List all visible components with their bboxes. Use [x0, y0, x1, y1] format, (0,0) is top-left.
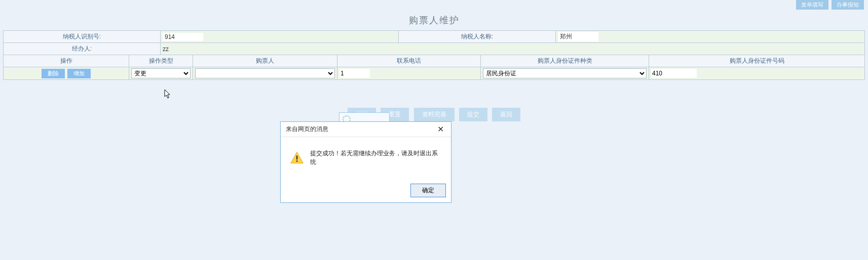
action-bar: 保存 重置 资料完善 提交 返回	[0, 108, 868, 121]
prefill-button[interactable]: 资料完善	[414, 108, 455, 121]
taxpayer-name-value: 郑州	[556, 31, 865, 43]
close-icon[interactable]: ✕	[435, 124, 446, 134]
dialog-body: 提交成功！若无需继续办理业务，请及时退出系统	[281, 137, 451, 181]
topbar-btn-notice[interactable]: 办事报知	[832, 0, 864, 10]
id-type-select[interactable]: 居民身份证	[483, 68, 647, 78]
handler-label: 经办人:	[4, 43, 161, 55]
warning-icon	[290, 151, 304, 165]
col-op: 操作	[4, 55, 129, 67]
page-title: 购票人维护	[0, 9, 868, 30]
grid-table: 操作 操作类型 购票人 联系电话 购票人身份证件种类 购票人身份证件号码 删除 …	[3, 55, 865, 80]
message-dialog: 来自网页的消息 ✕ 提交成功！若无需继续办理业务，请及时退出系统 确定	[280, 121, 451, 203]
col-buyer: 购票人	[193, 55, 337, 67]
top-bar: 发单填写 办事报知	[0, 0, 868, 9]
phone-input[interactable]	[339, 69, 370, 78]
dialog-message: 提交成功！若无需继续办理业务，请及时退出系统	[310, 149, 442, 166]
dialog-title-text: 来自网页的消息	[286, 125, 328, 134]
add-button[interactable]: 增加	[67, 69, 91, 78]
mouse-cursor-icon	[164, 89, 172, 99]
back-button[interactable]: 返回	[492, 108, 520, 121]
col-id-type: 购票人身份证件种类	[481, 55, 649, 67]
col-id-no: 购票人身份证件号码	[649, 55, 865, 67]
dialog-footer: 确定	[281, 181, 451, 202]
col-phone: 联系电话	[337, 55, 481, 67]
svg-rect-1	[296, 156, 297, 160]
info-table: 纳税人识别号: 914 纳税人名称: 郑州 经办人: zz	[3, 30, 865, 55]
taxpayer-name-label: 纳税人名称:	[399, 31, 556, 43]
topbar-btn-form[interactable]: 发单填写	[796, 0, 828, 10]
handler-value: zz	[161, 43, 865, 55]
buyer-select[interactable]	[195, 68, 335, 78]
submit-button[interactable]: 提交	[459, 108, 487, 121]
ok-button[interactable]: 确定	[410, 184, 446, 197]
id-no-input[interactable]	[651, 69, 697, 78]
col-op-type: 操作类型	[129, 55, 193, 67]
svg-rect-2	[296, 160, 297, 162]
taxpayer-id-value: 914	[161, 31, 399, 43]
dialog-titlebar: 来自网页的消息 ✕	[281, 122, 451, 137]
taxpayer-id-label: 纳税人识别号:	[4, 31, 161, 43]
table-row: 删除 增加 变更 居民身份证	[4, 67, 865, 80]
delete-button[interactable]: 删除	[42, 69, 65, 78]
op-type-select[interactable]: 变更	[131, 68, 191, 78]
